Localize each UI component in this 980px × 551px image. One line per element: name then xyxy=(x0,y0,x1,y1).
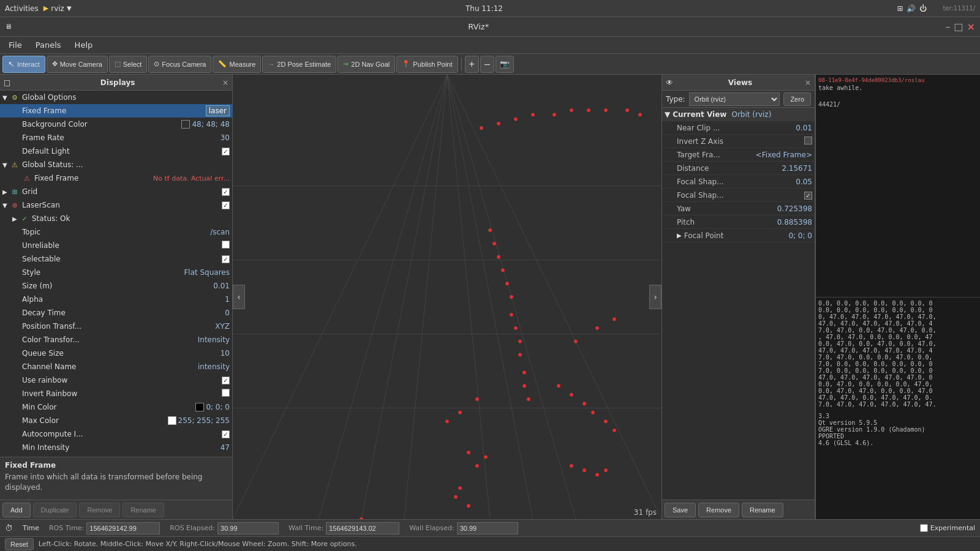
menu-panels[interactable]: Panels xyxy=(29,39,67,51)
default-light-checkbox[interactable] xyxy=(222,148,230,156)
tree-max-color[interactable]: Max Color 255; 255; 255 xyxy=(0,414,232,427)
wall-time-input[interactable] xyxy=(326,522,399,534)
activities-label[interactable]: Activities xyxy=(5,4,39,13)
rename-view-button[interactable]: Rename xyxy=(742,503,783,517)
grid-checkbox[interactable] xyxy=(222,188,230,196)
invert-rainbow-checkbox[interactable] xyxy=(222,389,230,397)
expand-arrow-global[interactable]: ▼ xyxy=(2,94,10,101)
toolbar-measure[interactable]: 📏 Measure xyxy=(213,56,261,73)
menu-file[interactable]: File xyxy=(2,39,28,51)
ros-elapsed-input[interactable] xyxy=(217,522,279,534)
views-close[interactable]: × xyxy=(805,78,811,87)
tree-fixed-frame-status[interactable]: ⚠ Fixed Frame No tf data. Actual err... xyxy=(0,171,232,185)
unreliable-checkbox[interactable] xyxy=(222,241,230,249)
close-btn[interactable]: × xyxy=(967,21,975,32)
nav-arrow-right[interactable]: › xyxy=(649,285,662,309)
selectable-checkbox[interactable] xyxy=(222,255,230,263)
tree-global-options[interactable]: ▼ Global Options xyxy=(0,91,232,104)
tree-queue-size[interactable]: Queue Size 10 xyxy=(0,347,232,360)
autocompute-label: Autocompute I... xyxy=(22,430,219,438)
tree-min-intensity[interactable]: Min Intensity 47 xyxy=(0,441,232,454)
expand-focal-point[interactable]: ▶ xyxy=(677,232,682,239)
tree-style[interactable]: Style Flat Squares xyxy=(0,266,232,279)
tree-grid[interactable]: ▶ ⊞ Grid xyxy=(0,185,232,198)
fixed-frame-value[interactable]: laser xyxy=(206,105,230,116)
duplicate-button[interactable]: Duplicate xyxy=(33,503,77,517)
view-prop-distance[interactable]: Distance 2.15671 xyxy=(662,162,815,175)
maximize-btn[interactable]: □ xyxy=(954,21,963,32)
view-prop-focal-shap-2[interactable]: Focal Shap... xyxy=(662,189,815,202)
tree-size[interactable]: Size (m) 0.01 xyxy=(0,279,232,293)
invert-z-checkbox[interactable] xyxy=(804,137,812,144)
add-button[interactable]: Add xyxy=(2,503,31,517)
minimize-btn[interactable]: – xyxy=(945,21,950,32)
view-type-select[interactable]: Orbit (rviz) xyxy=(689,92,780,106)
remove-view-button[interactable]: Remove xyxy=(698,503,739,517)
tree-laserscan[interactable]: ▼ ⊛ LaserScan xyxy=(0,198,232,212)
toolbar-publish-point[interactable]: 📍 Publish Point xyxy=(396,56,458,73)
expand-arrow-status-ok[interactable]: ▶ xyxy=(12,216,20,222)
tree-unreliable[interactable]: Unreliable xyxy=(0,239,232,252)
expand-arrow-laser[interactable]: ▼ xyxy=(2,202,10,209)
expand-arrow-status[interactable]: ▼ xyxy=(2,162,10,168)
tree-alpha[interactable]: Alpha 1 xyxy=(0,293,232,306)
laserscan-checkbox[interactable] xyxy=(222,201,230,209)
toolbar-2d-pose[interactable]: → 2D Pose Estimate xyxy=(262,56,336,73)
use-rainbow-checkbox[interactable] xyxy=(222,377,230,384)
tree-fixed-frame[interactable]: Fixed Frame laser xyxy=(0,104,232,118)
view-prop-invert-z[interactable]: Invert Z Axis xyxy=(662,135,815,148)
toolbar-select[interactable]: ⬚ Select xyxy=(109,56,148,73)
zero-button[interactable]: Zero xyxy=(783,92,811,106)
tree-channel-name[interactable]: Channel Name intensity xyxy=(0,360,232,373)
tree-invert-rainbow[interactable]: Invert Rainbow xyxy=(0,387,232,400)
tree-frame-rate[interactable]: Frame Rate 30 xyxy=(0,131,232,144)
focal-shap-1-value: 0.05 xyxy=(796,178,812,186)
view-prop-target-frame[interactable]: Target Fra... <Fixed Frame> xyxy=(662,148,815,162)
laserscan-checkbox-value xyxy=(222,201,230,209)
svg-point-25 xyxy=(501,269,505,272)
tree-status-ok[interactable]: ▶ ✓ Status: Ok xyxy=(0,212,232,225)
nav-arrow-left[interactable]: ‹ xyxy=(233,285,245,309)
toolbar-add-btn[interactable]: + xyxy=(465,56,479,73)
min-intensity-value: 47 xyxy=(221,443,230,452)
toolbar-interact[interactable]: ↖ Interact xyxy=(2,56,45,73)
ros-time-input[interactable] xyxy=(86,522,160,534)
toolbar-remove-btn[interactable]: – xyxy=(480,56,494,73)
tree-default-light[interactable]: Default Light xyxy=(0,144,232,158)
view-prop-focal-shap-1[interactable]: Focal Shap... 0.05 xyxy=(662,175,815,189)
tree-position-transf[interactable]: Position Transf... XYZ xyxy=(0,320,232,333)
toolbar-focus-camera[interactable]: ⊙ Focus Camera xyxy=(148,56,211,73)
view-prop-yaw[interactable]: Yaw 0.725398 xyxy=(662,202,815,216)
save-view-button[interactable]: Save xyxy=(665,503,696,517)
tree-topic[interactable]: Topic /scan xyxy=(0,225,232,239)
view-prop-pitch[interactable]: Pitch 0.885398 xyxy=(662,216,815,229)
experimental-checkbox[interactable] xyxy=(920,524,928,532)
toolbar-move-camera[interactable]: ✥ Move Camera xyxy=(47,56,108,73)
current-view-header[interactable]: ▼ Current View Orbit (rviz) xyxy=(662,108,815,121)
tree-background-color[interactable]: Background Color 48; 48; 48 xyxy=(0,118,232,131)
menu-help[interactable]: Help xyxy=(69,39,99,51)
tree-global-status[interactable]: ▼ ⚠ Global Status: ... xyxy=(0,158,232,171)
tree-autocompute[interactable]: Autocompute I... xyxy=(0,427,232,441)
focal-shap-2-checkbox[interactable] xyxy=(804,192,812,200)
expand-arrow-grid[interactable]: ▶ xyxy=(2,189,10,195)
system-bar-left: Activities ▶ rviz ▼ xyxy=(5,4,72,13)
toolbar-camera-btn[interactable]: 📷 xyxy=(496,56,514,73)
view-prop-near-clip[interactable]: Near Clip ... 0.01 xyxy=(662,121,815,135)
tree-decay-time[interactable]: Decay Time 0 xyxy=(0,306,232,320)
tree-min-color[interactable]: Min Color 0; 0; 0 xyxy=(0,400,232,414)
autocompute-checkbox[interactable] xyxy=(222,430,230,438)
displays-close[interactable]: × xyxy=(222,78,228,87)
viewport[interactable]: ‹ › 31 fps xyxy=(233,75,662,519)
view-prop-focal-point[interactable]: ▶ Focal Point 0; 0; 0 xyxy=(662,229,815,242)
rename-button[interactable]: Rename xyxy=(123,503,164,517)
expand-current-view[interactable]: ▼ xyxy=(665,110,670,119)
target-frame-value: <Fixed Frame> xyxy=(756,151,812,159)
toolbar-2d-nav[interactable]: ⇒ 2D Nav Goal xyxy=(337,56,395,73)
wall-elapsed-input[interactable] xyxy=(457,522,518,534)
reset-button[interactable]: Reset xyxy=(5,538,34,550)
tree-color-transf[interactable]: Color Transfor... Intensity xyxy=(0,333,232,347)
tree-selectable[interactable]: Selectable xyxy=(0,252,232,266)
tree-use-rainbow[interactable]: Use rainbow xyxy=(0,373,232,387)
remove-button[interactable]: Remove xyxy=(79,503,120,517)
